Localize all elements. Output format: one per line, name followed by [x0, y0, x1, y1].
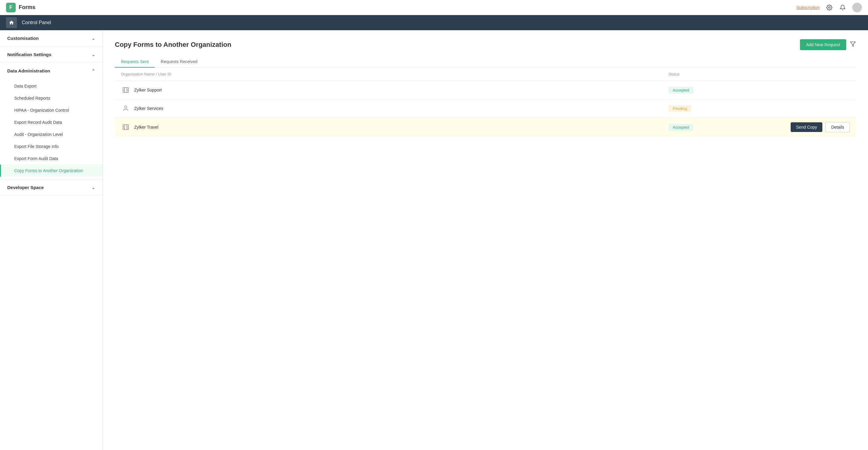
sidebar-item-scheduled-reports[interactable]: Scheduled Reports: [0, 92, 102, 104]
sidebar: Customisation ⌄ Notification Settings ⌄ …: [0, 30, 103, 450]
tabs: Requests Sent Requests Received: [115, 56, 856, 68]
filter-icon[interactable]: [850, 41, 856, 49]
col-status: Status: [669, 72, 759, 76]
app-logo: F: [6, 3, 16, 12]
add-new-request-button[interactable]: Add New Request: [800, 39, 846, 50]
control-panel-bar: Control Panel: [0, 15, 868, 30]
status-cell: Pending: [669, 105, 759, 112]
app-title: Forms: [19, 4, 35, 10]
col-org-name: Organisation Name / User ID: [121, 72, 669, 76]
nav-left: F Forms: [6, 3, 35, 12]
details-button[interactable]: Details: [826, 122, 850, 132]
table-row: Zylker Travel Accepted Send Copy Details: [115, 118, 856, 136]
table-row: Zylker Services Pending: [115, 99, 856, 118]
status-cell: Accepted: [669, 124, 759, 131]
table-header: Organisation Name / User ID Status: [115, 68, 856, 81]
row-actions: Send Copy Details: [759, 122, 850, 132]
tab-requests-sent[interactable]: Requests Sent: [115, 56, 155, 68]
sidebar-section-data-admin-header[interactable]: Data Administration ⌃: [0, 63, 102, 79]
chevron-down-icon: ⌄: [92, 185, 95, 190]
top-navigation: F Forms Subscription: [0, 0, 868, 15]
sidebar-item-export-file-storage[interactable]: Export File Storage Info: [0, 140, 102, 153]
status-badge: Accepted: [669, 87, 693, 94]
sidebar-item-hipaa-org-control[interactable]: HIPAA - Organization Control: [0, 104, 102, 116]
sidebar-section-customisation: Customisation ⌄: [0, 30, 102, 46]
main-layout: Customisation ⌄ Notification Settings ⌄ …: [0, 30, 868, 450]
sidebar-section-notification-header[interactable]: Notification Settings ⌄: [0, 46, 102, 63]
sidebar-item-audit-org-level[interactable]: Audit - Organization Level: [0, 128, 102, 140]
status-badge: Pending: [669, 105, 691, 112]
sidebar-item-export-record-audit[interactable]: Export Record Audit Data: [0, 116, 102, 128]
sidebar-section-data-admin: Data Administration ⌃ Data Export Schedu…: [0, 63, 102, 180]
svg-point-0: [829, 7, 830, 8]
page-title: Copy Forms to Another Organization: [115, 41, 231, 49]
sidebar-section-customisation-header[interactable]: Customisation ⌄: [0, 30, 102, 46]
nav-right: Subscription: [796, 3, 862, 12]
building-icon: [121, 85, 130, 95]
sidebar-item-data-export[interactable]: Data Export: [0, 80, 102, 92]
home-button[interactable]: [6, 17, 17, 28]
sidebar-section-developer-space: Developer Space ⌄: [0, 180, 102, 196]
main-content: Copy Forms to Another Organization Add N…: [103, 30, 868, 450]
bell-icon[interactable]: [839, 4, 846, 11]
sidebar-item-copy-forms[interactable]: Copy Forms to Another Organization: [0, 165, 102, 177]
org-name-cell: Zylker Support: [121, 85, 669, 95]
header-actions: Add New Request: [800, 39, 856, 50]
tab-requests-received[interactable]: Requests Received: [155, 56, 204, 68]
send-copy-button[interactable]: Send Copy: [790, 122, 823, 132]
status-badge: Accepted: [669, 124, 693, 131]
building-icon: [121, 122, 130, 132]
org-name: Zylker Travel: [134, 125, 158, 130]
page-header: Copy Forms to Another Organization Add N…: [115, 39, 856, 50]
status-cell: Accepted: [669, 87, 759, 94]
settings-icon[interactable]: [826, 4, 833, 11]
chevron-up-icon: ⌃: [92, 69, 95, 73]
table-row: Zylker Support Accepted: [115, 81, 856, 99]
svg-point-9: [125, 106, 127, 108]
person-icon: [121, 104, 130, 113]
sidebar-section-notification: Notification Settings ⌄: [0, 46, 102, 63]
svg-marker-1: [850, 42, 856, 46]
user-avatar[interactable]: [852, 3, 862, 12]
data-admin-items: Data Export Scheduled Reports HIPAA - Or…: [0, 79, 102, 179]
sidebar-item-export-form-audit[interactable]: Export Form Audit Data: [0, 153, 102, 165]
col-actions: [759, 72, 850, 76]
org-name-cell: Zylker Services: [121, 104, 669, 113]
requests-table: Organisation Name / User ID Status: [115, 68, 856, 136]
chevron-down-icon: ⌄: [92, 36, 95, 41]
org-name: Zylker Services: [134, 106, 163, 111]
org-name-cell: Zylker Travel: [121, 122, 669, 132]
sidebar-section-developer-space-header[interactable]: Developer Space ⌄: [0, 180, 102, 195]
control-panel-title: Control Panel: [22, 20, 51, 25]
chevron-down-icon: ⌄: [92, 52, 95, 57]
svg-rect-2: [123, 88, 128, 93]
org-name: Zylker Support: [134, 88, 162, 92]
svg-rect-10: [123, 125, 128, 130]
subscription-link[interactable]: Subscription: [796, 5, 819, 10]
